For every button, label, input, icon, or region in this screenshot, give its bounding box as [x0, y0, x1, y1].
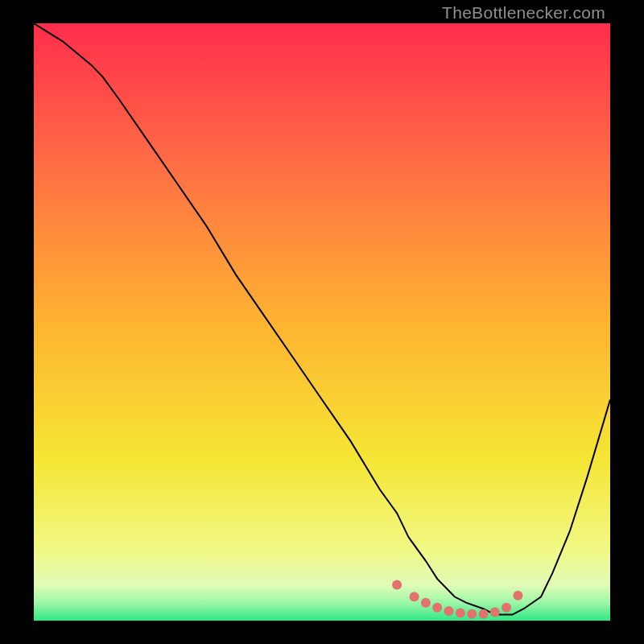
watermark-text: TheBottlenecker.com: [442, 3, 605, 23]
marker-dot: [392, 580, 402, 590]
marker-dot: [456, 608, 465, 617]
chart-svg: [34, 23, 610, 621]
marker-dot: [479, 609, 489, 619]
marker-dot: [467, 609, 477, 619]
marker-dot: [513, 591, 522, 601]
chart-background: [34, 23, 610, 621]
marker-dot: [444, 606, 454, 616]
marker-dot: [421, 598, 431, 608]
marker-dot: [502, 603, 511, 613]
chart-container: [34, 23, 610, 621]
marker-dot: [410, 592, 419, 601]
marker-dot: [432, 603, 442, 613]
marker-dot: [490, 608, 500, 617]
